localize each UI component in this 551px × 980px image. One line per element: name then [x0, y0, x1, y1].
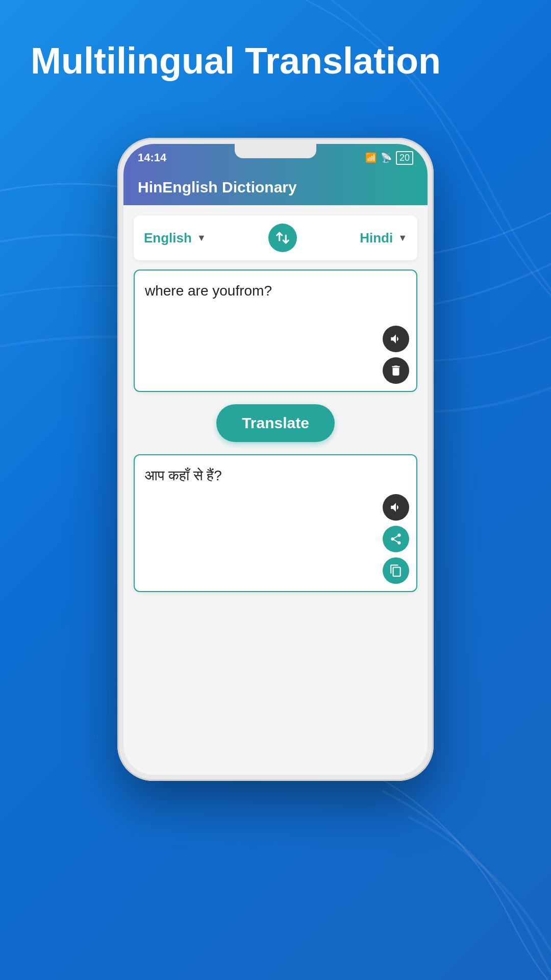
signal-icon: 📶: [365, 152, 377, 163]
app-content: English ▼ Hindi ▼ where are youfrom?: [123, 205, 428, 775]
translate-button-wrapper: Translate: [134, 404, 417, 442]
input-text: where are youfrom?: [145, 281, 406, 301]
delete-input-button[interactable]: [383, 357, 409, 384]
swap-languages-button[interactable]: [268, 224, 297, 252]
input-box[interactable]: where are youfrom?: [134, 270, 417, 392]
battery-icon: 20: [396, 151, 413, 165]
wifi-icon: 📡: [381, 152, 392, 163]
page-title: Multilingual Translation: [31, 41, 441, 81]
app-header-title: HinEnglish Dictionary: [138, 179, 297, 196]
output-box: आप कहाँ से हैं?: [134, 454, 417, 592]
copy-output-button[interactable]: [383, 557, 409, 584]
speak-output-button[interactable]: [383, 494, 409, 521]
output-text: आप कहाँ से हैं?: [145, 465, 406, 485]
app-header: HinEnglish Dictionary: [123, 169, 428, 205]
speak-input-button[interactable]: [383, 326, 409, 352]
translate-button[interactable]: Translate: [216, 404, 335, 442]
share-output-button[interactable]: [383, 526, 409, 552]
target-language-label: Hindi: [360, 230, 393, 246]
target-lang-dropdown-icon: ▼: [398, 233, 407, 243]
status-time: 14:14: [138, 151, 166, 164]
target-language-selector[interactable]: Hindi ▼: [360, 230, 407, 246]
phone-mockup: 14:14 📶 📡 20 HinEnglish Dictionary Engli…: [117, 138, 434, 781]
language-bar: English ▼ Hindi ▼: [134, 215, 417, 260]
status-icons: 📶 📡 20: [365, 151, 413, 165]
source-language-label: English: [144, 230, 192, 246]
phone-notch: [235, 144, 316, 158]
source-lang-dropdown-icon: ▼: [197, 233, 206, 243]
input-actions: [383, 326, 409, 384]
output-actions: [383, 494, 409, 584]
source-language-selector[interactable]: English ▼: [144, 230, 206, 246]
